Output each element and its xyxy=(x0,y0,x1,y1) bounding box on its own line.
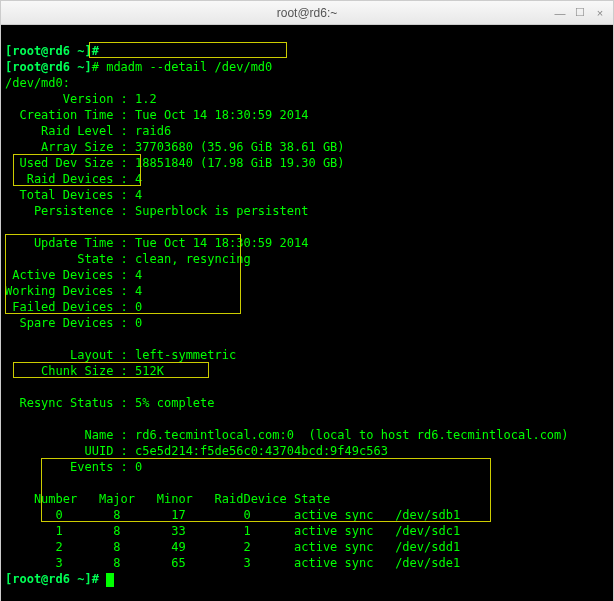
minimize-button[interactable]: — xyxy=(553,6,567,20)
label-resync-status: Resync Status : xyxy=(5,396,128,410)
label-raid-devices: Raid Devices : xyxy=(5,172,128,186)
titlebar: root@rd6:~ — ☐ × xyxy=(1,1,613,25)
table-row: 0 8 17 0 active sync /dev/sdb1 xyxy=(5,508,460,522)
value-layout: left-symmetric xyxy=(128,348,236,362)
terminal-body[interactable]: [root@rd6 ~]# [root@rd6 ~]# mdadm --deta… xyxy=(1,25,613,601)
value-resync-status: 5% complete xyxy=(128,396,215,410)
close-button[interactable]: × xyxy=(593,6,607,20)
label-uuid: UUID : xyxy=(5,444,128,458)
value-state: clean, resyncing xyxy=(128,252,251,266)
value-uuid: c5e5d214:f5de56c0:43704bcd:9f49c563 xyxy=(128,444,388,458)
value-active-devices: 4 xyxy=(128,268,142,282)
table-header: Number Major Minor RaidDevice State xyxy=(5,492,330,506)
command-text: # mdadm --detail /dev/md0 xyxy=(92,60,273,74)
label-used-dev-size: Used Dev Size : xyxy=(5,156,128,170)
value-chunk-size: 512K xyxy=(128,364,164,378)
label-name: Name : xyxy=(5,428,128,442)
value-total-devices: 4 xyxy=(128,188,142,202)
value-spare-devices: 0 xyxy=(128,316,142,330)
device-header: /dev/md0: xyxy=(5,76,70,90)
label-raid-level: Raid Level : xyxy=(5,124,128,138)
value-update-time: Tue Oct 14 18:30:59 2014 xyxy=(128,236,309,250)
label-update-time: Update Time : xyxy=(5,236,128,250)
value-working-devices: 4 xyxy=(128,284,142,298)
prompt: [root@rd6 ~]# xyxy=(5,44,99,58)
window-title: root@rd6:~ xyxy=(277,6,338,20)
label-version: Version : xyxy=(5,92,128,106)
label-spare-devices: Spare Devices : xyxy=(5,316,128,330)
value-array-size: 37703680 (35.96 GiB 38.61 GB) xyxy=(128,140,345,154)
value-failed-devices: 0 xyxy=(128,300,142,314)
value-name: rd6.tecmintlocal.com:0 (local to host rd… xyxy=(128,428,569,442)
table-row: 3 8 65 3 active sync /dev/sde1 xyxy=(5,556,460,570)
label-persistence: Persistence : xyxy=(5,204,128,218)
value-raid-level: raid6 xyxy=(128,124,171,138)
highlight-command xyxy=(89,42,287,58)
value-events: 0 xyxy=(128,460,142,474)
label-layout: Layout : xyxy=(5,348,128,362)
label-events: Events : xyxy=(5,460,128,474)
value-persistence: Superblock is persistent xyxy=(128,204,309,218)
label-failed-devices: Failed Devices : xyxy=(5,300,128,314)
label-total-devices: Total Devices : xyxy=(5,188,128,202)
prompt: [root@rd6 ~]# xyxy=(5,572,106,586)
label-creation-time: Creation Time : xyxy=(5,108,128,122)
label-chunk-size: Chunk Size : xyxy=(5,364,128,378)
value-used-dev-size: 18851840 (17.98 GiB 19.30 GB) xyxy=(128,156,345,170)
label-state: State : xyxy=(5,252,128,266)
label-active-devices: Active Devices : xyxy=(5,268,128,282)
window-controls: — ☐ × xyxy=(553,6,607,20)
terminal-window: root@rd6:~ — ☐ × [root@rd6 ~]# [root@rd6… xyxy=(0,0,614,601)
label-working-devices: Working Devices : xyxy=(5,284,128,298)
prompt: [root@rd6 ~] xyxy=(5,60,92,74)
maximize-button[interactable]: ☐ xyxy=(573,6,587,20)
value-creation-time: Tue Oct 14 18:30:59 2014 xyxy=(128,108,309,122)
label-array-size: Array Size : xyxy=(5,140,128,154)
cursor xyxy=(106,573,114,587)
table-row: 2 8 49 2 active sync /dev/sdd1 xyxy=(5,540,460,554)
table-row: 1 8 33 1 active sync /dev/sdc1 xyxy=(5,524,460,538)
value-raid-devices: 4 xyxy=(128,172,142,186)
value-version: 1.2 xyxy=(128,92,157,106)
